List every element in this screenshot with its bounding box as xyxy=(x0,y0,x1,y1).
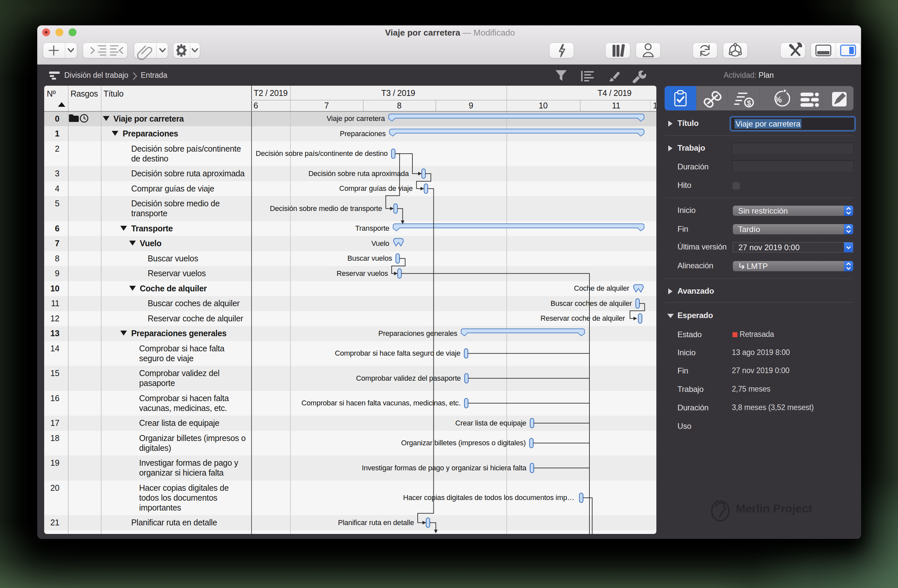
svg-text:$: $ xyxy=(747,99,751,107)
svg-text:%: % xyxy=(774,95,782,104)
